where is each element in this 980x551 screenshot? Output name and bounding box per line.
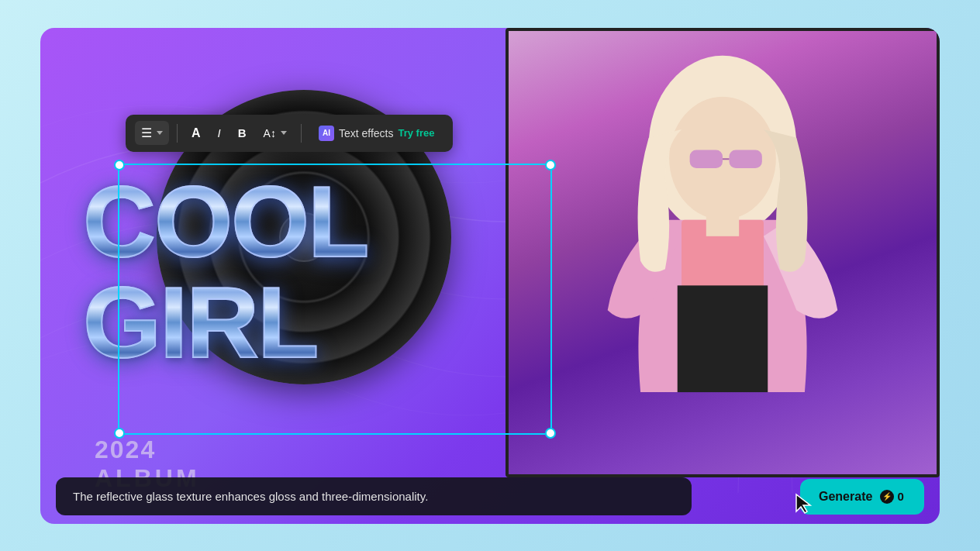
caption-box: The reflective glass texture enhances gl… — [56, 477, 692, 515]
cool-text: COOL — [83, 171, 455, 272]
caption-text: The reflective glass texture enhances gl… — [73, 490, 428, 503]
align-chevron-icon — [157, 131, 163, 135]
resize-button[interactable]: A↕ — [257, 122, 293, 144]
generate-label: Generate — [819, 490, 872, 504]
align-icon: ☰ — [141, 126, 152, 140]
girl-line: GIRL — [83, 272, 455, 373]
photo-inner — [509, 31, 937, 474]
svg-rect-3 — [729, 150, 761, 167]
italic-button[interactable]: I — [212, 122, 227, 144]
svg-rect-6 — [678, 285, 768, 392]
toolbar-divider-1 — [177, 124, 178, 143]
font-button[interactable]: A — [185, 122, 207, 145]
generate-count: ⚡ 0 — [880, 490, 903, 504]
align-button[interactable]: ☰ — [135, 121, 169, 145]
photo-frame — [506, 28, 940, 477]
italic-icon: I — [218, 126, 221, 139]
svg-rect-2 — [690, 150, 723, 167]
cool-line: COOL — [83, 171, 455, 272]
album-year: 2024 — [95, 436, 200, 464]
ai-icon: AI — [319, 126, 334, 141]
svg-rect-7 — [706, 212, 739, 236]
main-canvas: COOL GIRL ☰ A I B A↕ — [40, 28, 940, 524]
girl-text: GIRL — [83, 272, 455, 373]
resize-icon: A↕ — [264, 127, 276, 139]
girl-figure — [509, 31, 937, 474]
try-free-badge: Try free — [398, 127, 434, 139]
bold-button[interactable]: B — [232, 122, 253, 144]
count-value: 0 — [897, 490, 903, 503]
bolt-icon: ⚡ — [880, 490, 894, 504]
resize-chevron-icon — [281, 131, 287, 135]
generate-button[interactable]: Generate ⚡ 0 — [800, 479, 924, 515]
text-effects-button[interactable]: AI Text effects Try free — [309, 121, 444, 146]
toolbar: ☰ A I B A↕ AI Text effects Try free — [126, 115, 453, 152]
font-icon: A — [192, 126, 201, 140]
bold-icon: B — [238, 126, 247, 139]
toolbar-divider-2 — [301, 124, 302, 143]
cool-girl-text: COOL GIRL — [83, 171, 455, 373]
cursor — [795, 493, 812, 518]
text-effects-label: Text effects — [339, 127, 394, 139]
